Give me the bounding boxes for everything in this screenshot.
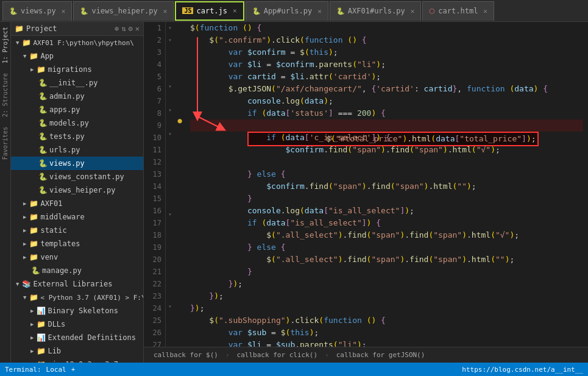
project-panel: 📁 Project ⊕ ⇅ ⚙ ✕ 📁 AXF01 F:\python\yhpy… — [11, 22, 144, 363]
fold-25[interactable]: ▾ — [166, 300, 174, 313]
tree-item-label: tests.py — [49, 132, 85, 141]
gutter-1 — [174, 22, 185, 34]
tree-item-lib[interactable]: 📁 Lib — [11, 344, 143, 358]
line-num-25: 25 — [147, 314, 161, 327]
fold-2[interactable]: ▾ — [166, 34, 174, 46]
tree-expand-icon — [30, 308, 34, 314]
tree-expand-icon — [23, 294, 26, 300]
tab-cart-js[interactable]: JS cart.js ✕ — [175, 1, 244, 21]
line-num-2: 2 — [147, 34, 161, 46]
fold-17[interactable]: ▾ — [166, 208, 174, 221]
folder-icon: 📁 — [29, 253, 38, 261]
js-icon: JS — [182, 7, 193, 14]
tab-close-icon[interactable]: ✕ — [163, 7, 168, 15]
code-line-9: $("#total_price").html(data["total_price… — [190, 119, 583, 132]
tree-item-dlls[interactable]: 📁 DLLs — [11, 317, 143, 331]
add-icon[interactable]: ⊕ — [115, 24, 119, 33]
tree-item-views-py[interactable]: 🐍 views.py — [11, 157, 143, 170]
tree-item-tests[interactable]: 🐍 tests.py — [11, 130, 143, 143]
tree-item-label: models.py — [49, 119, 89, 127]
tree-item-app[interactable]: 📁 App — [11, 49, 143, 63]
tree-item-label: App — [40, 52, 54, 60]
tree-item-init[interactable]: 🐍 __init__.py — [11, 76, 143, 90]
code-line-6: $.getJSON("/axf/changecart/", {'cartid':… — [190, 83, 583, 95]
py-icon: 🐍 — [80, 7, 88, 15]
tree-item-migrations[interactable]: 📁 migrations — [11, 63, 143, 76]
fold-6[interactable]: ▾ — [166, 80, 174, 93]
code-content[interactable]: $(function () { $(".confirm").click(func… — [185, 22, 588, 347]
status-right: https://blog.csdn.net/a__int__ — [462, 366, 583, 374]
tree-item-axf01-root[interactable]: 📁 AXF01 F:\python\yhpython\ — [11, 36, 143, 49]
html-icon: ⬡ — [429, 7, 435, 15]
favorites-panel-label[interactable]: Favorites — [2, 122, 9, 165]
tab-views-py[interactable]: 🐍 views.py ✕ — [2, 1, 72, 21]
fold-8[interactable]: ▾ — [166, 104, 174, 116]
tree-expand-icon — [30, 66, 34, 73]
tab-close-icon[interactable]: ✕ — [62, 7, 66, 15]
folder-icon: 📊 — [37, 307, 46, 315]
tab-cart-html[interactable]: ⬡ cart.html ✕ — [422, 1, 494, 21]
tree-item-pip-egg[interactable]: 📁 pip-19.0.3-py3.7.egg — [11, 358, 143, 363]
tree-item-external-libs[interactable]: 📚 External Libraries — [11, 277, 143, 291]
line-num-16: 16 — [147, 205, 161, 217]
tree-item-models[interactable]: 🐍 models.py — [11, 116, 143, 130]
gutter-19 — [174, 231, 185, 243]
callback-for-getjson[interactable]: callback for getJSON() — [331, 350, 430, 360]
fold-18 — [166, 221, 174, 232]
code-line-27: var $li = $sub.parents("li"); — [190, 339, 583, 347]
tree-item-axf01[interactable]: 📁 AXF01 — [11, 197, 143, 210]
plus-icon[interactable]: + — [71, 366, 76, 374]
structure-panel-label[interactable]: 2: Structure — [2, 68, 9, 122]
tree-item-label: templates — [40, 239, 80, 248]
tree-item-label: Binary Skeletons — [48, 307, 118, 315]
fold-16 — [166, 197, 174, 208]
tree-item-views-constant[interactable]: 🐍 views_constant.py — [11, 170, 143, 183]
tree-item-label: manage.py — [42, 266, 82, 275]
tree-item-label: views_heiper.py — [49, 186, 115, 194]
fold-1[interactable]: ▾ — [166, 22, 174, 34]
tree-item-templates[interactable]: 📁 templates — [11, 237, 143, 250]
tree-item-venv[interactable]: 📁 venv — [11, 250, 143, 264]
folder-icon: 📊 — [37, 333, 46, 342]
tree-item-python37[interactable]: 📁 < Python 3.7 (AXF01) > F:\ — [11, 291, 143, 304]
py-icon: 🐍 — [336, 7, 345, 15]
fold-10[interactable]: ▾ — [166, 128, 174, 140]
tab-axf01-urls-py[interactable]: 🐍 AXF01#urls.py ✕ — [330, 1, 422, 21]
tab-views-heiper-py[interactable]: 🐍 views_heiper.py ✕ — [73, 1, 174, 21]
fold-14 — [166, 174, 174, 186]
code-line-11: $confirm.find("span").find("span").html(… — [190, 144, 583, 156]
tab-app-urls-py[interactable]: 🐍 App#urls.py ✕ — [246, 1, 328, 21]
tree-item-admin[interactable]: 🐍 admin.py — [11, 90, 143, 103]
fold-4 — [166, 58, 174, 69]
code-line-12 — [190, 156, 583, 168]
code-line-26: var $sub = $(this); — [190, 327, 583, 339]
sync-icon[interactable]: ⇅ — [121, 24, 126, 33]
tab-close-icon[interactable]: ✕ — [483, 7, 487, 15]
tree-item-static[interactable]: 📁 static — [11, 224, 143, 237]
callback-for-dollar[interactable]: callback for $() — [149, 350, 223, 360]
tree-item-extended-defs[interactable]: 📊 Extended Definitions — [11, 331, 143, 344]
folder-icon: 📁 — [22, 38, 31, 47]
tree-item-apps[interactable]: 🐍 apps.py — [11, 103, 143, 116]
callback-for-click[interactable]: callback for click() — [232, 350, 322, 360]
project-panel-label[interactable]: 1: Project — [2, 22, 9, 68]
tab-close-icon[interactable]: ✕ — [411, 7, 415, 15]
tree-item-middleware[interactable]: 📁 middleware — [11, 210, 143, 224]
tree-item-binary-skeletons[interactable]: 📊 Binary Skeletons — [11, 304, 143, 317]
gutter-11 — [174, 138, 185, 150]
py-file-icon: 🐍 — [31, 266, 40, 275]
terminal-value[interactable]: Local — [46, 366, 66, 374]
fold-5 — [166, 69, 174, 80]
tree-item-urls[interactable]: 🐍 urls.py — [11, 143, 143, 157]
tab-close-icon[interactable]: ✕ — [233, 7, 237, 15]
tree-item-views-heiper[interactable]: 🐍 views_heiper.py — [11, 183, 143, 197]
status-left: Terminal: Local + — [5, 366, 75, 374]
code-line-8: if (data['status'] === 200) { — [190, 107, 583, 119]
code-line-4: var $li = $confirm.parents("li"); — [190, 59, 583, 71]
settings-icon[interactable]: ⚙ — [129, 24, 133, 33]
tree-item-manage-py[interactable]: 🐍 manage.py — [11, 264, 143, 277]
code-line-23: }); — [190, 290, 583, 302]
tree-item-label: AXF01 — [40, 199, 62, 208]
tab-close-icon[interactable]: ✕ — [317, 7, 322, 15]
close-panel-icon[interactable]: ✕ — [135, 24, 140, 33]
